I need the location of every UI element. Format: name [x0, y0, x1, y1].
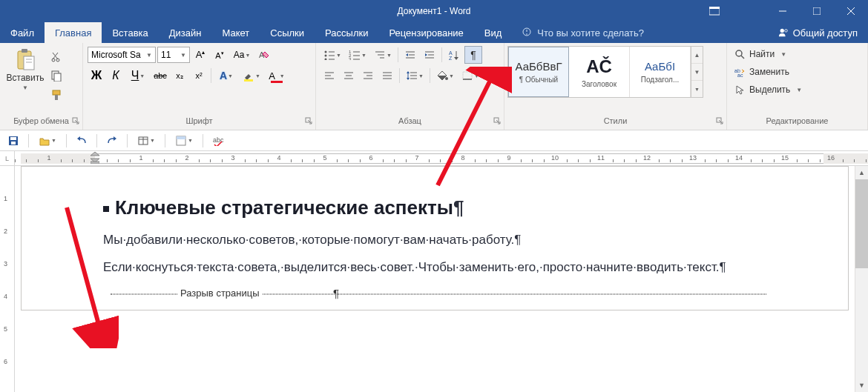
replace-button[interactable]: abac Заменить	[731, 64, 792, 80]
qat-table-button[interactable]: ▼	[134, 133, 159, 149]
gallery-down-button[interactable]: ▼	[691, 64, 703, 81]
qat-redo-button[interactable]	[103, 133, 121, 149]
shading-button[interactable]: ▼	[433, 67, 457, 84]
find-button[interactable]: Найти▼	[731, 46, 789, 62]
svg-text:Z: Z	[449, 56, 453, 60]
increase-indent-button[interactable]	[421, 46, 438, 64]
scroll-down-button[interactable]: ▼	[855, 379, 868, 392]
close-button[interactable]	[834, 0, 868, 22]
scrollbar-vertical[interactable]: ▲ ▼	[855, 166, 868, 392]
paste-button[interactable]: Вставить ▼	[4, 46, 46, 91]
font-size-select[interactable]: 11▼	[157, 47, 190, 63]
clipboard-launcher[interactable]	[72, 117, 79, 124]
tab-layout[interactable]: Макет	[211, 22, 260, 43]
text-effects-button[interactable]: A▼	[214, 67, 238, 84]
tab-home[interactable]: Главная	[45, 22, 102, 43]
group-title-paragraph: Абзац	[316, 116, 504, 130]
tab-references[interactable]: Ссылки	[260, 22, 315, 43]
show-hide-pilcrow-button[interactable]: ¶	[464, 46, 482, 64]
ruler-tick: 8	[461, 154, 464, 162]
style-gallery: АаБбВвГ ¶ Обычный АČ Заголовок АаБбI Под…	[507, 46, 703, 98]
grow-font-button[interactable]: A▴	[191, 46, 209, 64]
change-case-button[interactable]: Aa▼	[230, 46, 254, 64]
svg-point-10	[784, 30, 787, 33]
qat-save-button[interactable]	[4, 133, 22, 149]
clear-formatting-button[interactable]: A	[255, 46, 273, 64]
tab-view[interactable]: Вид	[474, 22, 513, 43]
quick-access-toolbar: ▼ ▼ ▼ abc	[0, 130, 868, 151]
svg-text:A: A	[449, 50, 453, 56]
underline-button[interactable]: Ч▼	[126, 67, 150, 84]
superscript-button[interactable]: x²	[190, 67, 208, 84]
strikethrough-button[interactable]: abc	[151, 67, 169, 84]
borders-button[interactable]: ▼	[458, 67, 482, 84]
ruler-vertical[interactable]: 1234567	[0, 166, 15, 392]
align-right-button[interactable]	[359, 67, 377, 84]
bullets-button[interactable]: ▼	[320, 46, 344, 64]
ruler-tick: 13	[689, 154, 697, 162]
font-name-select[interactable]: Microsoft Sa▼	[88, 47, 156, 63]
ruler-v-tick: 5	[4, 325, 7, 333]
font-launcher[interactable]	[305, 117, 312, 124]
scroll-up-button[interactable]: ▲	[855, 166, 868, 179]
italic-button[interactable]: К	[107, 67, 125, 84]
format-painter-button[interactable]	[47, 86, 65, 104]
numbering-button[interactable]: 123▼	[346, 46, 369, 64]
tab-review[interactable]: Рецензирование	[378, 22, 473, 43]
page[interactable]: Ключевые стратегические аспекты¶ Мы·доба…	[21, 166, 849, 310]
gallery-more-button[interactable]: ▼	[691, 81, 703, 97]
ruler-horizontal[interactable]: L // ruler ticks drawn below after data …	[0, 151, 868, 166]
qat-undo-button[interactable]	[73, 133, 91, 149]
align-left-button[interactable]	[320, 67, 338, 84]
align-center-button[interactable]	[340, 67, 358, 84]
heading[interactable]: Ключевые стратегические аспекты¶	[103, 196, 766, 219]
ruler-v-tick: 4	[4, 293, 7, 300]
share-label: Общий доступ	[793, 27, 858, 39]
decrease-indent-button[interactable]	[401, 46, 419, 64]
ruler-tick: 4	[277, 154, 280, 162]
tab-selector[interactable]: L	[0, 151, 15, 166]
line-spacing-button[interactable]: ▼	[403, 67, 427, 84]
svg-rect-3	[813, 7, 821, 15]
qat-open-button[interactable]: ▼	[35, 133, 60, 149]
svg-text:abc: abc	[213, 136, 224, 144]
select-button[interactable]: Выделить▼	[731, 82, 805, 98]
group-editing: Найти▼ abac Заменить Выделить▼ Редактиро…	[727, 43, 868, 130]
cut-button[interactable]	[47, 47, 65, 65]
paragraph-2[interactable]: Если·коснуться·текста·совета,·выделится·…	[103, 257, 766, 279]
bold-button[interactable]: Ж	[88, 67, 105, 84]
workspace: 1234567 Ключевые стратегические аспекты¶…	[0, 166, 868, 392]
font-color-button[interactable]: A▼	[265, 67, 289, 84]
ribbon-display-options[interactable]	[697, 0, 731, 22]
ruler-v-tick: 2	[4, 227, 7, 235]
tab-file[interactable]: Файл	[0, 22, 45, 43]
scroll-thumb[interactable]	[855, 179, 868, 268]
subscript-button[interactable]: x₂	[171, 67, 188, 84]
maximize-button[interactable]	[800, 0, 834, 22]
qat-header-button[interactable]: ▼	[171, 133, 197, 149]
style-heading[interactable]: АČ Заголовок	[569, 47, 630, 97]
paragraph-1[interactable]: Мы·добавили·несколько·советов,·которые·п…	[103, 230, 766, 251]
share-button[interactable]: Общий доступ	[768, 22, 868, 43]
style-gallery-expand: ▲ ▼ ▼	[691, 47, 703, 97]
style-normal[interactable]: АаБбВвГ ¶ Обычный	[508, 47, 569, 97]
justify-button[interactable]	[378, 67, 396, 84]
tab-mailings[interactable]: Рассылки	[315, 22, 378, 43]
highlight-button[interactable]: ▼	[240, 67, 263, 84]
tell-me-search[interactable]: Что вы хотите сделать?	[512, 22, 654, 43]
style-subheading[interactable]: АаБбI Подзагол...	[630, 47, 691, 97]
group-font: Microsoft Sa▼ 11▼ A▴ A▾ Aa▼ A Ж К Ч▼ abc…	[83, 43, 316, 130]
qat-spellcheck-button[interactable]: abc	[209, 133, 227, 149]
tab-design[interactable]: Дизайн	[159, 22, 212, 43]
svg-rect-83	[10, 137, 16, 140]
gallery-up-button[interactable]: ▲	[691, 47, 703, 64]
document-area[interactable]: Ключевые стратегические аспекты¶ Мы·доба…	[15, 166, 868, 392]
shrink-font-button[interactable]: A▾	[211, 46, 228, 64]
tab-insert[interactable]: Вставка	[102, 22, 158, 43]
minimize-button[interactable]	[766, 0, 800, 22]
copy-button[interactable]	[47, 67, 65, 84]
paragraph-launcher[interactable]	[493, 117, 501, 124]
sort-button[interactable]: AZ	[445, 46, 463, 64]
styles-launcher[interactable]	[716, 117, 723, 124]
multilevel-list-button[interactable]: ▼	[371, 46, 395, 64]
